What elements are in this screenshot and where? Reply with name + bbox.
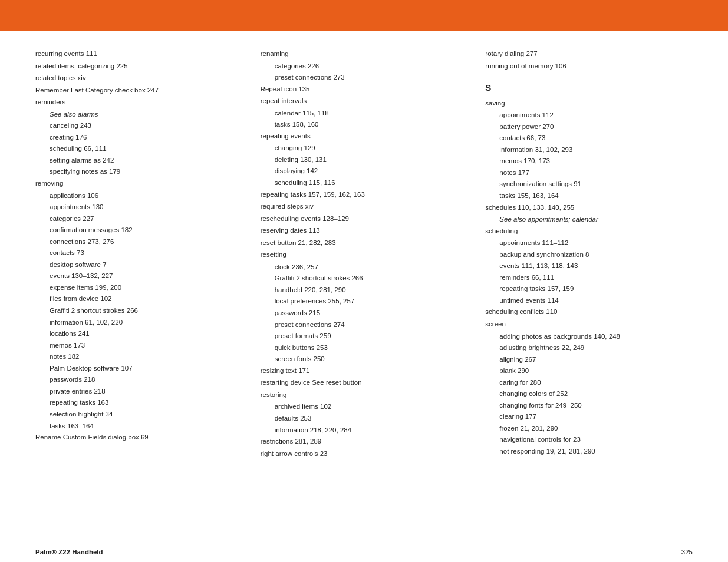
- entry-1-11: specifying notes as 179: [35, 166, 243, 178]
- entry-1-16: confirmation messages 182: [35, 224, 243, 236]
- entry-2-9: changing 129: [261, 143, 468, 154]
- entry-1-23: Graffiti 2 shortcut strokes 266: [35, 305, 243, 317]
- footer-book-title: Palm® Z22 Handheld: [35, 548, 103, 556]
- entry-1-17: connections 273, 276: [35, 236, 243, 248]
- entry-1-14: appointments 130: [35, 201, 243, 213]
- entry-1-6: See also alarms: [35, 109, 243, 121]
- entry-3-22: scheduling conflicts 110: [485, 306, 693, 318]
- entry-1-5: reminders: [35, 97, 243, 108]
- entry-3-17: backup and synchronization 8: [485, 249, 693, 261]
- entry-2-20: Graffiti 2 shortcut strokes 266: [261, 273, 468, 285]
- entry-3-1: rotary dialing 277: [485, 48, 693, 60]
- entry-2-30: restoring: [261, 389, 468, 401]
- entry-3-12: tasks 155, 163, 164: [485, 190, 693, 202]
- entry-2-33: information 218, 220, 284: [261, 425, 468, 437]
- entry-2-27: screen fonts 250: [261, 353, 468, 365]
- entry-1-34: Rename Custom Fields dialog box 69: [35, 432, 243, 444]
- entry-3-24: adding photos as backgrounds 140, 248: [485, 331, 693, 343]
- entry-2-31: archived items 102: [261, 401, 468, 413]
- entry-3-34: not responding 19, 21, 281, 290: [485, 446, 693, 458]
- entry-2-1: renaming: [261, 48, 468, 60]
- entry-2-23: passwords 215: [261, 308, 468, 319]
- entry-1-12: removing: [35, 178, 243, 190]
- entry-3-2: running out of memory 106: [485, 61, 693, 72]
- entry-3-28: caring for 280: [485, 377, 693, 389]
- entry-3-14: See also appointments; calendar: [485, 214, 693, 226]
- entry-2-19: clock 236, 257: [261, 262, 468, 273]
- entry-3-8: information 31, 102, 293: [485, 144, 693, 156]
- entry-3-13: schedules 110, 133, 140, 255: [485, 202, 693, 214]
- entry-1-10: setting alarms as 242: [35, 155, 243, 167]
- entry-2-17: reset button 21, 282, 283: [261, 237, 468, 249]
- entry-1-31: repeating tasks 163: [35, 397, 243, 409]
- entry-1-19: desktop software 7: [35, 259, 243, 271]
- column-2: renamingcategories 226preset connections…: [261, 48, 486, 529]
- entry-3-29: changing colors of 252: [485, 388, 693, 400]
- entry-1-18: contacts 73: [35, 247, 243, 259]
- entry-1-33: tasks 163–164: [35, 421, 243, 432]
- entry-3-5: appointments 112: [485, 110, 693, 121]
- entry-3-10: notes 177: [485, 167, 693, 179]
- entry-2-13: repeating tasks 157, 159, 162, 163: [261, 189, 468, 201]
- entry-2-14: required steps xiv: [261, 201, 468, 213]
- content-area: recurring events 111related items, categ…: [0, 31, 728, 541]
- entry-2-2: categories 226: [261, 61, 468, 72]
- column-1: recurring events 111related items, categ…: [35, 48, 261, 529]
- entry-1-32: selection highlight 34: [35, 409, 243, 421]
- entry-1-13: applications 106: [35, 190, 243, 202]
- column-3: rotary dialing 277running out of memory …: [485, 48, 693, 529]
- entry-1-25: locations 241: [35, 328, 243, 340]
- entry-1-3: related topics xiv: [35, 72, 243, 84]
- entry-2-32: defaults 253: [261, 413, 468, 425]
- entry-2-12: scheduling 115, 116: [261, 177, 468, 189]
- entry-1-9: scheduling 66, 111: [35, 143, 243, 155]
- entry-2-26: quick buttons 253: [261, 342, 468, 354]
- entry-1-15: categories 227: [35, 213, 243, 225]
- entry-3-15: scheduling: [485, 226, 693, 237]
- entry-2-16: reserving dates 113: [261, 225, 468, 237]
- entry-3-27: blank 290: [485, 365, 693, 377]
- entry-3-6: battery power 270: [485, 121, 693, 133]
- entry-2-6: calendar 115, 118: [261, 108, 468, 120]
- entry-1-22: files from device 102: [35, 293, 243, 305]
- entry-3-30: changing fonts for 249–250: [485, 400, 693, 412]
- entry-1-24: information 61, 102, 220: [35, 317, 243, 329]
- entry-1-7: canceling 243: [35, 120, 243, 132]
- entry-2-21: handheld 220, 281, 290: [261, 285, 468, 296]
- entry-3-25: adjusting brightness 22, 249: [485, 342, 693, 354]
- entry-3-23: screen: [485, 319, 693, 330]
- entry-2-4: Repeat icon 135: [261, 84, 468, 95]
- entry-2-24: preset connections 274: [261, 319, 468, 331]
- entry-1-27: notes 182: [35, 351, 243, 363]
- entry-1-30: private entries 218: [35, 386, 243, 398]
- entry-3-31: clearing 177: [485, 411, 693, 423]
- entry-3-18: events 111, 113, 118, 143: [485, 260, 693, 272]
- footer: Palm® Z22 Handheld 325: [0, 541, 728, 562]
- entry-3-20: repeating tasks 157, 159: [485, 283, 693, 295]
- entry-1-28: Palm Desktop software 107: [35, 363, 243, 375]
- entry-3-9: memos 170, 173: [485, 156, 693, 167]
- entry-2-11: displaying 142: [261, 166, 468, 177]
- entry-2-3: preset connections 273: [261, 72, 468, 84]
- entry-3-33: navigational controls for 23: [485, 434, 693, 446]
- entry-3-4: saving: [485, 98, 693, 110]
- entry-2-35: right arrow controls 23: [261, 448, 468, 460]
- entry-3-21: untimed events 114: [485, 295, 693, 307]
- footer-page-number: 325: [681, 548, 693, 556]
- entry-2-29: restarting device See reset button: [261, 377, 468, 389]
- entry-3-7: contacts 66, 73: [485, 133, 693, 144]
- entry-2-15: rescheduling events 128–129: [261, 213, 468, 225]
- entry-3-11: synchronization settings 91: [485, 178, 693, 190]
- entry-1-8: creating 176: [35, 132, 243, 144]
- entry-2-7: tasks 158, 160: [261, 119, 468, 131]
- entry-3-16: appointments 111–112: [485, 237, 693, 249]
- entry-2-10: deleting 130, 131: [261, 154, 468, 166]
- entry-1-1: recurring events 111: [35, 48, 243, 60]
- entry-2-5: repeat intervals: [261, 95, 468, 107]
- entry-2-18: resetting: [261, 249, 468, 261]
- entry-3-3: S: [485, 80, 693, 95]
- entry-1-26: memos 173: [35, 340, 243, 352]
- entry-1-4: Remember Last Category check box 247: [35, 85, 243, 97]
- entry-2-34: restrictions 281, 289: [261, 436, 468, 448]
- orange-header-bar: [0, 0, 728, 31]
